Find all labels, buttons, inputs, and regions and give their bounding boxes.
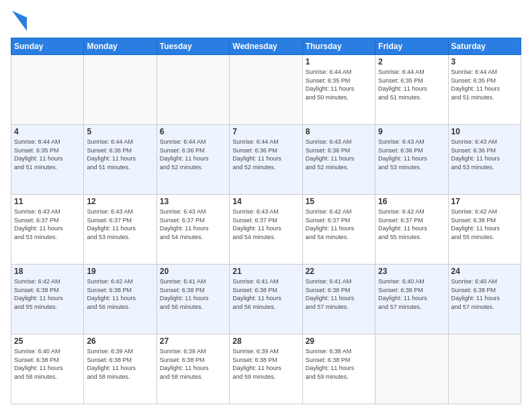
calendar-cell: 27Sunrise: 6:39 AM Sunset: 6:38 PM Dayli… (157, 334, 229, 404)
calendar-cell (157, 55, 229, 125)
calendar-cell: 4Sunrise: 6:44 AM Sunset: 6:35 PM Daylig… (11, 125, 84, 195)
calendar-cell: 2Sunrise: 6:44 AM Sunset: 6:35 PM Daylig… (375, 55, 448, 125)
calendar-cell: 12Sunrise: 6:43 AM Sunset: 6:37 PM Dayli… (84, 195, 157, 265)
header-tuesday: Tuesday (157, 38, 229, 55)
day-number: 12 (87, 197, 153, 206)
day-number: 21 (232, 267, 299, 276)
header-sunday: Sunday (11, 38, 84, 55)
calendar-cell (230, 55, 302, 125)
day-info: Sunrise: 6:43 AM Sunset: 6:37 PM Dayligh… (87, 208, 153, 241)
calendar-cell: 25Sunrise: 6:40 AM Sunset: 6:38 PM Dayli… (11, 334, 84, 404)
day-info: Sunrise: 6:40 AM Sunset: 6:38 PM Dayligh… (14, 347, 81, 381)
calendar-cell: 26Sunrise: 6:39 AM Sunset: 6:38 PM Dayli… (84, 334, 157, 404)
day-info: Sunrise: 6:43 AM Sunset: 6:37 PM Dayligh… (14, 208, 81, 241)
day-number: 18 (14, 267, 81, 276)
calendar-week-row: 18Sunrise: 6:42 AM Sunset: 6:38 PM Dayli… (11, 265, 521, 334)
day-number: 11 (14, 197, 81, 206)
day-number: 10 (451, 127, 518, 136)
day-info: Sunrise: 6:42 AM Sunset: 6:38 PM Dayligh… (87, 277, 153, 311)
day-info: Sunrise: 6:40 AM Sunset: 6:38 PM Dayligh… (378, 277, 445, 311)
header-friday: Friday (375, 38, 448, 55)
day-number: 3 (451, 57, 518, 66)
calendar-week-row: 11Sunrise: 6:43 AM Sunset: 6:37 PM Dayli… (11, 195, 521, 265)
day-info: Sunrise: 6:42 AM Sunset: 6:38 PM Dayligh… (14, 277, 81, 311)
calendar-cell: 18Sunrise: 6:42 AM Sunset: 6:38 PM Dayli… (11, 265, 84, 334)
header-saturday: Saturday (448, 38, 521, 55)
calendar-week-row: 4Sunrise: 6:44 AM Sunset: 6:35 PM Daylig… (11, 125, 521, 195)
day-info: Sunrise: 6:42 AM Sunset: 6:37 PM Dayligh… (306, 208, 372, 241)
calendar-cell: 1Sunrise: 6:44 AM Sunset: 6:35 PM Daylig… (302, 55, 375, 125)
calendar-cell: 16Sunrise: 6:42 AM Sunset: 6:37 PM Dayli… (375, 195, 448, 265)
calendar-cell: 28Sunrise: 6:39 AM Sunset: 6:38 PM Dayli… (230, 334, 302, 404)
calendar-cell: 10Sunrise: 6:43 AM Sunset: 6:36 PM Dayli… (448, 125, 521, 195)
day-number: 6 (160, 127, 226, 136)
calendar-cell: 20Sunrise: 6:41 AM Sunset: 6:38 PM Dayli… (157, 265, 229, 334)
day-number: 14 (232, 197, 299, 206)
day-number: 8 (306, 127, 372, 136)
weekday-header-row: Sunday Monday Tuesday Wednesday Thursday… (11, 38, 521, 55)
header-wednesday: Wednesday (230, 38, 302, 55)
day-number: 23 (378, 267, 445, 276)
calendar-cell: 8Sunrise: 6:43 AM Sunset: 6:36 PM Daylig… (302, 125, 375, 195)
day-info: Sunrise: 6:44 AM Sunset: 6:35 PM Dayligh… (378, 68, 445, 101)
logo (11, 11, 27, 31)
calendar-cell: 14Sunrise: 6:43 AM Sunset: 6:37 PM Dayli… (230, 195, 302, 265)
calendar-cell (11, 55, 84, 125)
day-number: 28 (232, 336, 299, 346)
day-info: Sunrise: 6:39 AM Sunset: 6:38 PM Dayligh… (160, 347, 226, 381)
calendar-cell (84, 55, 157, 125)
day-info: Sunrise: 6:44 AM Sunset: 6:35 PM Dayligh… (306, 68, 372, 101)
day-info: Sunrise: 6:43 AM Sunset: 6:36 PM Dayligh… (378, 138, 445, 171)
calendar-cell: 6Sunrise: 6:44 AM Sunset: 6:36 PM Daylig… (157, 125, 229, 195)
day-number: 7 (232, 127, 299, 136)
day-info: Sunrise: 6:44 AM Sunset: 6:35 PM Dayligh… (14, 138, 81, 171)
calendar-cell: 9Sunrise: 6:43 AM Sunset: 6:36 PM Daylig… (375, 125, 448, 195)
svg-marker-0 (12, 11, 27, 31)
day-info: Sunrise: 6:43 AM Sunset: 6:37 PM Dayligh… (160, 208, 226, 241)
day-number: 5 (87, 127, 153, 136)
day-info: Sunrise: 6:44 AM Sunset: 6:36 PM Dayligh… (160, 138, 226, 171)
day-number: 22 (306, 267, 372, 276)
day-info: Sunrise: 6:43 AM Sunset: 6:37 PM Dayligh… (232, 208, 299, 241)
calendar-cell: 19Sunrise: 6:42 AM Sunset: 6:38 PM Dayli… (84, 265, 157, 334)
calendar-cell: 23Sunrise: 6:40 AM Sunset: 6:38 PM Dayli… (375, 265, 448, 334)
calendar-week-row: 25Sunrise: 6:40 AM Sunset: 6:38 PM Dayli… (11, 334, 521, 404)
header-thursday: Thursday (302, 38, 375, 55)
day-number: 19 (87, 267, 153, 276)
day-number: 1 (306, 57, 372, 66)
day-number: 9 (378, 127, 445, 136)
page: Sunday Monday Tuesday Wednesday Thursday… (0, 0, 532, 411)
calendar-cell: 5Sunrise: 6:44 AM Sunset: 6:36 PM Daylig… (84, 125, 157, 195)
calendar-cell: 11Sunrise: 6:43 AM Sunset: 6:37 PM Dayli… (11, 195, 84, 265)
calendar-cell: 3Sunrise: 6:44 AM Sunset: 6:35 PM Daylig… (448, 55, 521, 125)
day-info: Sunrise: 6:40 AM Sunset: 6:38 PM Dayligh… (451, 277, 518, 311)
calendar-week-row: 1Sunrise: 6:44 AM Sunset: 6:35 PM Daylig… (11, 55, 521, 125)
day-number: 17 (451, 197, 518, 206)
calendar-cell: 24Sunrise: 6:40 AM Sunset: 6:38 PM Dayli… (448, 265, 521, 334)
day-number: 27 (160, 336, 226, 346)
calendar-cell: 22Sunrise: 6:41 AM Sunset: 6:38 PM Dayli… (302, 265, 375, 334)
day-info: Sunrise: 6:38 AM Sunset: 6:38 PM Dayligh… (306, 347, 372, 381)
calendar-table: Sunday Monday Tuesday Wednesday Thursday… (11, 38, 521, 404)
header-monday: Monday (84, 38, 157, 55)
day-info: Sunrise: 6:44 AM Sunset: 6:36 PM Dayligh… (87, 138, 153, 171)
logo-icon (12, 11, 27, 31)
day-number: 24 (451, 267, 518, 276)
day-number: 26 (87, 336, 153, 346)
calendar-cell (448, 334, 521, 404)
day-info: Sunrise: 6:42 AM Sunset: 6:37 PM Dayligh… (378, 208, 445, 241)
day-number: 16 (378, 197, 445, 206)
header (11, 11, 521, 31)
calendar-cell: 13Sunrise: 6:43 AM Sunset: 6:37 PM Dayli… (157, 195, 229, 265)
day-number: 13 (160, 197, 226, 206)
day-number: 25 (14, 336, 81, 346)
day-number: 2 (378, 57, 445, 66)
calendar-cell: 21Sunrise: 6:41 AM Sunset: 6:38 PM Dayli… (230, 265, 302, 334)
day-info: Sunrise: 6:43 AM Sunset: 6:36 PM Dayligh… (306, 138, 372, 171)
day-info: Sunrise: 6:39 AM Sunset: 6:38 PM Dayligh… (87, 347, 153, 381)
calendar-cell: 29Sunrise: 6:38 AM Sunset: 6:38 PM Dayli… (302, 334, 375, 404)
day-info: Sunrise: 6:42 AM Sunset: 6:38 PM Dayligh… (451, 208, 518, 241)
day-number: 29 (306, 336, 372, 346)
day-number: 15 (306, 197, 372, 206)
day-info: Sunrise: 6:44 AM Sunset: 6:35 PM Dayligh… (451, 68, 518, 101)
